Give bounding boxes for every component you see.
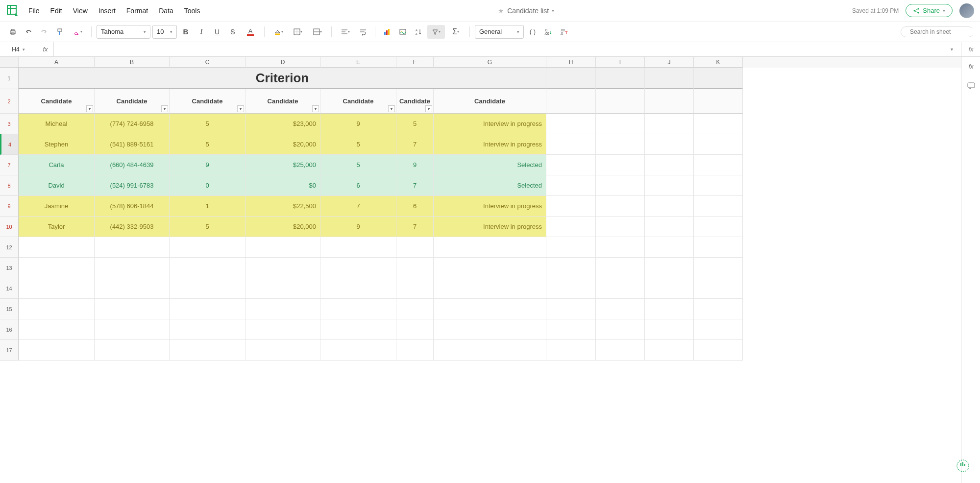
header-cell[interactable]: Candidate▾ [396, 89, 434, 114]
cell[interactable] [170, 278, 245, 299]
data-cell[interactable]: Interview in progress [434, 134, 546, 155]
star-icon[interactable]: ★ [498, 7, 504, 15]
data-cell[interactable]: 5 [170, 217, 245, 237]
cell[interactable] [596, 114, 645, 134]
cell[interactable] [645, 134, 694, 155]
col-header[interactable]: F [396, 57, 434, 68]
cell[interactable] [320, 278, 396, 299]
cell[interactable] [645, 175, 694, 196]
app-icon[interactable] [6, 4, 20, 18]
fill-color-button[interactable]: ▾ [270, 25, 287, 39]
col-header[interactable]: D [245, 57, 320, 68]
functions-button[interactable]: Σ▾ [447, 25, 465, 39]
cell[interactable] [645, 217, 694, 237]
filter-dropdown-icon[interactable]: ▾ [161, 105, 168, 112]
cell[interactable] [396, 237, 434, 258]
cell[interactable] [694, 175, 743, 196]
col-header[interactable]: I [596, 57, 645, 68]
cell[interactable] [694, 89, 743, 114]
cell[interactable] [546, 114, 596, 134]
cell[interactable] [320, 319, 396, 340]
cell[interactable] [596, 134, 645, 155]
wrap-button[interactable] [356, 25, 370, 39]
menu-data[interactable]: Data [159, 7, 173, 15]
cell[interactable] [596, 299, 645, 319]
data-cell[interactable]: 5 [396, 114, 434, 134]
format-painter-button[interactable] [53, 25, 67, 39]
cell[interactable] [596, 340, 645, 361]
row-header[interactable]: 9 [0, 196, 19, 217]
filter-dropdown-icon[interactable]: ▾ [425, 105, 432, 112]
parentheses-button[interactable]: ( ) [526, 25, 539, 39]
menu-insert[interactable]: Insert [98, 7, 116, 15]
data-cell[interactable]: 9 [396, 155, 434, 175]
cell[interactable] [546, 155, 596, 175]
cell[interactable] [694, 319, 743, 340]
menu-tools[interactable]: Tools [184, 7, 200, 15]
cell[interactable] [245, 319, 320, 340]
cell[interactable] [596, 196, 645, 217]
row-header[interactable]: 3 [0, 114, 19, 134]
cell[interactable] [245, 237, 320, 258]
row-header[interactable]: 10 [0, 217, 19, 237]
cell[interactable] [645, 299, 694, 319]
cell[interactable] [19, 237, 95, 258]
data-cell[interactable]: Interview in progress [434, 196, 546, 217]
fx-rail-icon[interactable]: fx [966, 61, 977, 72]
data-cell[interactable]: 9 [170, 155, 245, 175]
data-cell[interactable]: 7 [396, 134, 434, 155]
data-cell[interactable]: $0 [245, 175, 320, 196]
cell[interactable] [694, 258, 743, 278]
cell[interactable] [596, 175, 645, 196]
cell[interactable] [396, 258, 434, 278]
data-cell[interactable]: 7 [396, 217, 434, 237]
cell[interactable] [434, 340, 546, 361]
cell[interactable] [596, 155, 645, 175]
row-header[interactable]: 13 [0, 258, 19, 278]
row-header[interactable]: 14 [0, 278, 19, 299]
col-header[interactable]: H [546, 57, 596, 68]
cell[interactable] [396, 278, 434, 299]
cell[interactable] [170, 299, 245, 319]
cell[interactable] [19, 258, 95, 278]
cell[interactable] [546, 217, 596, 237]
font-select[interactable]: Tahoma▾ [97, 25, 150, 39]
cell[interactable] [95, 237, 170, 258]
cell[interactable] [645, 319, 694, 340]
cell[interactable] [546, 258, 596, 278]
filter-dropdown-icon[interactable]: ▾ [312, 105, 319, 112]
search-input[interactable] [910, 28, 980, 35]
data-cell[interactable]: Selected [434, 155, 546, 175]
chevron-down-icon[interactable]: ▾ [552, 8, 554, 13]
cell[interactable] [694, 217, 743, 237]
col-header[interactable]: B [95, 57, 170, 68]
name-box[interactable]: H4 ▾ [0, 42, 37, 56]
cell[interactable] [596, 68, 645, 89]
number-format-select[interactable]: General▾ [475, 25, 524, 39]
cell[interactable] [546, 237, 596, 258]
data-cell[interactable]: 5 [320, 134, 396, 155]
decrease-decimal-button[interactable]: .00.0 [557, 25, 571, 39]
fx-sidebar-icon[interactable]: fx [968, 46, 973, 53]
cell[interactable] [645, 258, 694, 278]
data-cell[interactable]: David [19, 175, 95, 196]
text-color-button[interactable]: A [242, 25, 259, 39]
cell[interactable] [320, 299, 396, 319]
chevron-down-icon[interactable]: ▾ [951, 47, 953, 52]
cell[interactable] [170, 258, 245, 278]
increase-decimal-button[interactable]: .0.00 [541, 25, 555, 39]
data-cell[interactable]: (774) 724-6958 [95, 114, 170, 134]
cell[interactable] [19, 278, 95, 299]
data-cell[interactable]: 7 [396, 175, 434, 196]
data-cell[interactable]: Interview in progress [434, 114, 546, 134]
chart-button[interactable] [380, 25, 394, 39]
align-button[interactable]: ▾ [337, 25, 354, 39]
search-input-wrap[interactable] [901, 26, 974, 37]
header-cell[interactable]: Candidate▾ [95, 89, 170, 114]
cell[interactable] [19, 319, 95, 340]
menu-view[interactable]: View [73, 7, 88, 15]
redo-button[interactable] [37, 25, 51, 39]
data-cell[interactable]: 6 [320, 175, 396, 196]
bold-button[interactable]: B [179, 25, 193, 39]
header-cell[interactable]: Candidate [434, 89, 546, 114]
